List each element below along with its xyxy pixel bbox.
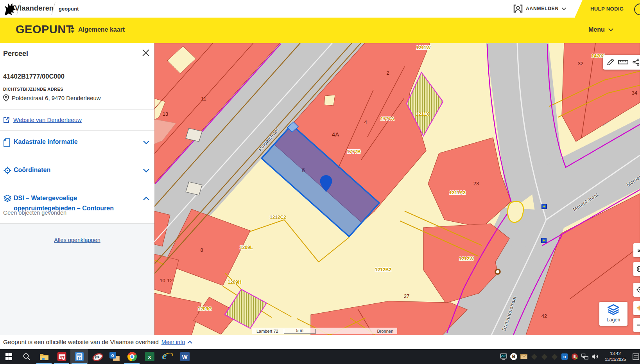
map-canvas[interactable]: Polderstraat Moreelstraat Moreelstraat B… (154, 43, 640, 335)
map-switcher-label: Algemene kaart (78, 26, 125, 33)
nearest-address-row: Polderstraat 6, 9470 Denderleeuw (3, 94, 101, 102)
chevron-up-icon (143, 197, 149, 201)
antivirus-tray-icon[interactable] (571, 353, 578, 360)
website-link[interactable]: Website van Denderleeuw (13, 117, 82, 123)
chrome-button[interactable] (123, 349, 141, 364)
search-icon (23, 353, 30, 360)
minus-icon: − (636, 319, 640, 331)
parcel-label: 1211W (416, 45, 430, 50)
clock[interactable]: 13:42 13/11/2025 (602, 351, 629, 362)
internet-explorer-button[interactable]: e (158, 349, 176, 364)
brand-title[interactable]: Vlaanderen (15, 4, 54, 13)
house-number: 13 (163, 111, 168, 117)
more-info-link[interactable]: Meer info (161, 339, 185, 345)
performance-monitor-icon[interactable] (500, 353, 507, 360)
house-number: 2 (386, 70, 389, 76)
house-number: 27 (404, 293, 409, 299)
outlook-button[interactable]: o (106, 349, 123, 364)
nearest-address-label: DICHTSTBIJZIJNDE ADRES (3, 87, 63, 91)
globe-button[interactable] (633, 262, 640, 276)
map-attribution-bar: Lambert 72 5 m Bronnen (252, 328, 397, 334)
volume-icon[interactable] (592, 353, 599, 360)
menu-button[interactable]: Menu (588, 26, 613, 33)
section-coordinaten[interactable]: Coördinaten (0, 165, 154, 185)
snipping-tool-button[interactable]: ✂ (88, 349, 106, 364)
location-pin-icon (3, 94, 9, 102)
geopunt-app-button[interactable] (70, 349, 88, 364)
house-number: 8 (200, 247, 203, 253)
hidden-tray-icon[interactable] (541, 353, 548, 360)
map-switcher[interactable]: Algemene kaart (70, 26, 125, 33)
nearest-address: Polderstraat 6, 9470 Denderleeuw (12, 95, 101, 101)
parcel-label: 1209G (198, 306, 212, 312)
house-number: 4 (364, 119, 367, 125)
house-number: 23 (473, 181, 479, 186)
internet-explorer-icon: e (162, 351, 172, 362)
parcel-label: 1777B (347, 149, 360, 154)
parcel-label: 1212W (459, 256, 474, 262)
parcel-label: 1777A (380, 116, 394, 122)
b-badge-icon[interactable]: B (510, 353, 517, 360)
close-icon[interactable] (142, 48, 150, 57)
divider (0, 159, 154, 159)
house-number: 10-12 (160, 278, 172, 283)
search-button[interactable] (18, 349, 35, 364)
expand-all-link[interactable]: Alles openklappen (54, 237, 100, 243)
parcel-panel: Perceel 41402B1777/00C000 DICHTSTBIJZIJN… (0, 43, 154, 335)
no-objects-text: Geen objecten gevonden (3, 210, 66, 216)
outlook-tray-icon[interactable]: o (561, 353, 568, 360)
hidden-tray-icon[interactable] (531, 353, 538, 360)
chevron-up-icon[interactable] (187, 341, 192, 344)
chevron-down-icon (143, 169, 149, 172)
house-number: 11 (201, 96, 206, 102)
breadcrumb-app[interactable]: geopunt (59, 6, 79, 12)
help-button[interactable]: HULP NODIG (572, 0, 640, 18)
share-icon[interactable] (633, 59, 640, 66)
website-link-row[interactable]: Website van Denderleeuw (3, 117, 82, 123)
file-explorer-button[interactable] (35, 349, 53, 364)
divider (0, 130, 154, 131)
calendar-clock-icon (57, 352, 66, 361)
draw-pencil-icon[interactable] (606, 58, 614, 66)
house-number: 32 (578, 61, 583, 66)
measure-ruler-icon[interactable] (618, 59, 628, 65)
document-icon (4, 138, 10, 147)
certificate-app-icon (75, 352, 84, 361)
notification-center-icon[interactable] (632, 353, 639, 360)
calendar-app-button[interactable] (53, 349, 70, 364)
map-toolbar (603, 55, 640, 70)
hidden-tray-icon[interactable] (551, 353, 558, 360)
projection-label: Lambert 72 (252, 329, 284, 334)
geolocate-button[interactable] (633, 283, 640, 297)
excel-button[interactable]: x (141, 349, 158, 364)
parcel-id: 41402B1777/00C000 (3, 73, 65, 80)
mail-envelope-icon[interactable] (520, 353, 527, 360)
panel-title: Perceel (3, 50, 28, 58)
zoom-out-button[interactable]: − (633, 318, 640, 332)
vlaanderen-lion-icon (2, 2, 16, 16)
snipping-tool-icon: ✂ (92, 352, 102, 361)
arrow-southwest-icon (636, 247, 640, 253)
target-icon (636, 286, 640, 293)
start-button[interactable] (0, 349, 18, 364)
sources-link[interactable]: Bronnen (377, 329, 397, 334)
zoom-in-button[interactable]: + (633, 301, 640, 315)
geopunt-logo[interactable]: GEOPUNT (16, 23, 73, 36)
globe-icon (636, 265, 640, 273)
house-number: 42 (541, 313, 547, 319)
word-button[interactable]: W (176, 349, 194, 364)
cadastral-map (154, 43, 640, 335)
layers-icon (608, 304, 619, 315)
signin-button[interactable]: AANMELDEN (513, 3, 566, 14)
section-dsi-watergevoelige[interactable]: DSI – Watergevoelige openruimtegebieden … (0, 193, 154, 221)
section-label: Coördinaten (14, 165, 127, 175)
layers-icon (4, 195, 11, 202)
external-link-icon (3, 117, 10, 123)
house-number: 4A (332, 131, 339, 138)
network-icon[interactable] (581, 353, 588, 360)
panel-footer-area: Alles openklappen (0, 223, 154, 335)
word-icon: W (180, 352, 190, 361)
section-kadastrale-informatie[interactable]: Kadastrale informatie (0, 137, 154, 156)
layers-button[interactable]: Lagen (599, 302, 627, 326)
zoom-extent-button[interactable] (633, 243, 640, 257)
